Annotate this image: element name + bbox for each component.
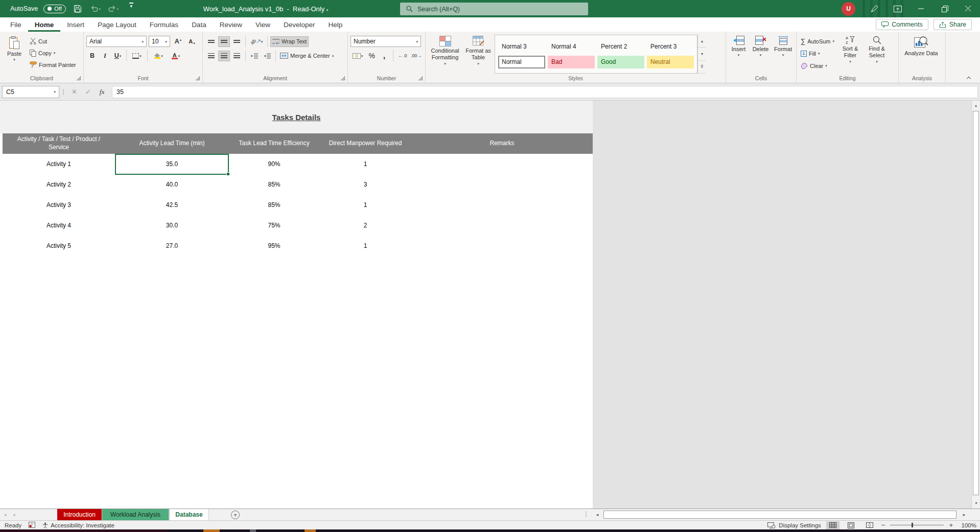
inking-button[interactable]: [862, 0, 886, 17]
tab-data[interactable]: Data: [185, 17, 213, 32]
style-percent-3[interactable]: Percent 3: [647, 40, 694, 53]
search-input[interactable]: Search (Alt+Q): [400, 3, 588, 15]
gallery-scroll-down[interactable]: ▾: [698, 48, 706, 60]
undo-button[interactable]: ▾: [89, 3, 102, 15]
save-button[interactable]: [72, 3, 84, 15]
formula-bar-splitter[interactable]: [63, 89, 64, 95]
clear-button[interactable]: Clear ▾: [799, 60, 836, 71]
fill-button[interactable]: Fill ▾: [799, 48, 836, 59]
vertical-scrollbar[interactable]: ▴ ▾: [971, 101, 980, 508]
sheet-tab-database[interactable]: Database: [169, 509, 209, 520]
cell-lead-time[interactable]: 30.0: [115, 222, 229, 229]
align-left-button[interactable]: [205, 51, 217, 61]
style-bad[interactable]: Bad: [548, 56, 595, 68]
tab-home[interactable]: Home: [28, 17, 61, 32]
cell-lead-time[interactable]: 42.5: [115, 201, 229, 209]
insert-cells-button[interactable]: Insert ▾: [729, 35, 749, 74]
autosum-button[interactable]: ∑ AutoSum ▾: [799, 36, 836, 47]
increase-font-button[interactable]: A▴: [172, 36, 184, 47]
bold-button[interactable]: B: [86, 51, 98, 61]
minimize-button[interactable]: [909, 0, 933, 17]
macro-record-button[interactable]: [29, 522, 35, 529]
page-layout-view-button[interactable]: [845, 521, 858, 529]
bottom-align-button[interactable]: [231, 36, 243, 47]
scroll-up-arrow[interactable]: ▴: [972, 101, 980, 110]
close-button[interactable]: [956, 0, 980, 17]
underline-button[interactable]: U▾: [112, 51, 124, 61]
alignment-dialog-launcher[interactable]: [341, 76, 345, 80]
style-normal-3[interactable]: Normal 3: [498, 40, 545, 53]
style-percent-2[interactable]: Percent 2: [597, 40, 644, 53]
wrap-text-button[interactable]: Wrap Text: [270, 36, 309, 47]
cancel-button[interactable]: ✕: [67, 86, 81, 98]
accounting-format-button[interactable]: ▾: [351, 51, 365, 61]
paste-button[interactable]: Paste ▾: [3, 35, 26, 74]
cell-lead-time[interactable]: 27.0: [115, 242, 229, 249]
ribbon-display-options-button[interactable]: [886, 0, 909, 17]
vertical-scroll-thumb[interactable]: [973, 111, 979, 495]
cell-activity-name[interactable]: Activity 1: [3, 160, 115, 168]
cell-manpower[interactable]: 1: [319, 160, 411, 168]
borders-button[interactable]: ▾: [129, 51, 145, 61]
scroll-right-arrow[interactable]: ▸: [960, 509, 969, 520]
document-title[interactable]: Work_load_Analysis v1_0b - Read-Only ▾: [153, 5, 378, 13]
analyze-data-button[interactable]: Analyze Data: [901, 35, 941, 74]
style-normal-4[interactable]: Normal 4: [548, 40, 595, 53]
gallery-more-button[interactable]: ⊽: [698, 61, 706, 74]
style-neutral[interactable]: Neutral: [647, 56, 694, 68]
format-as-table-button[interactable]: Format as Table ▾: [464, 35, 493, 74]
fill-color-button[interactable]: ▾: [150, 51, 167, 61]
comma-style-button[interactable]: ,: [379, 51, 389, 61]
tab-help[interactable]: Help: [322, 17, 349, 32]
align-center-button[interactable]: [218, 51, 230, 61]
cell-efficiency[interactable]: 90%: [229, 160, 319, 168]
font-dialog-launcher[interactable]: [196, 76, 200, 80]
number-format-select[interactable]: Number▾: [351, 36, 421, 47]
cell-activity-name[interactable]: Activity 3: [3, 201, 115, 209]
percent-style-button[interactable]: %: [366, 51, 377, 61]
tab-file[interactable]: File: [0, 17, 28, 32]
redo-button[interactable]: ▾: [107, 3, 120, 15]
column-header-activity[interactable]: Activity / Task / Test / Product / Servi…: [3, 135, 115, 151]
column-header-remarks[interactable]: Remarks: [411, 140, 593, 148]
accessibility-status[interactable]: Accessibility: Investigate: [42, 522, 114, 528]
decrease-decimal-button[interactable]: .00→: [410, 51, 423, 61]
cell-efficiency[interactable]: 85%: [229, 201, 319, 209]
cell-manpower[interactable]: 3: [319, 181, 411, 188]
style-good[interactable]: Good: [597, 56, 644, 68]
style-normal[interactable]: Normal: [498, 56, 545, 68]
name-box[interactable]: C5 ▾: [2, 86, 59, 98]
horizontal-scrollbar-splitter[interactable]: [586, 512, 587, 517]
decrease-indent-button[interactable]: [248, 51, 260, 61]
format-cells-button[interactable]: Format ▾: [773, 35, 794, 74]
avatar[interactable]: U: [842, 2, 855, 16]
scroll-down-arrow[interactable]: ▾: [972, 498, 980, 507]
name-box-dropdown[interactable]: ▾: [51, 90, 59, 94]
scroll-left-arrow[interactable]: ◂: [593, 509, 602, 520]
restore-button[interactable]: [933, 0, 956, 17]
middle-align-button[interactable]: [218, 36, 230, 47]
tab-view[interactable]: View: [249, 17, 277, 32]
sheet-tab-introduction[interactable]: Introduction: [57, 509, 102, 520]
delete-cells-button[interactable]: Delete ▾: [751, 35, 771, 74]
cell-manpower[interactable]: 2: [319, 222, 411, 229]
autosave-toggle[interactable]: Off: [43, 5, 65, 13]
cut-button[interactable]: Cut: [28, 36, 78, 47]
number-dialog-launcher[interactable]: [418, 76, 423, 80]
format-painter-button[interactable]: Format Painter: [28, 59, 78, 70]
top-align-button[interactable]: [205, 36, 217, 47]
prev-sheet-arrow[interactable]: ◂: [4, 512, 7, 517]
column-header-lead-time[interactable]: Activity Lead Time (min): [115, 140, 229, 148]
find-select-button[interactable]: Find & Select ▾: [865, 35, 889, 74]
zoom-slider[interactable]: [890, 525, 944, 525]
column-header-efficiency[interactable]: Task Lead Time Efficiency: [229, 140, 319, 148]
copy-button[interactable]: Copy ▾: [28, 48, 78, 58]
zoom-level[interactable]: 100%: [958, 522, 976, 528]
formula-input[interactable]: 35: [112, 86, 978, 98]
increase-decimal-button[interactable]: ←.0: [396, 51, 409, 61]
merge-center-button[interactable]: Merge & Center ▾: [278, 51, 335, 61]
tab-page-layout[interactable]: Page Layout: [91, 17, 143, 32]
orientation-button[interactable]: ab ▾: [248, 36, 265, 47]
decrease-font-button[interactable]: A▾: [186, 36, 198, 47]
zoom-out-button[interactable]: −: [881, 521, 885, 529]
